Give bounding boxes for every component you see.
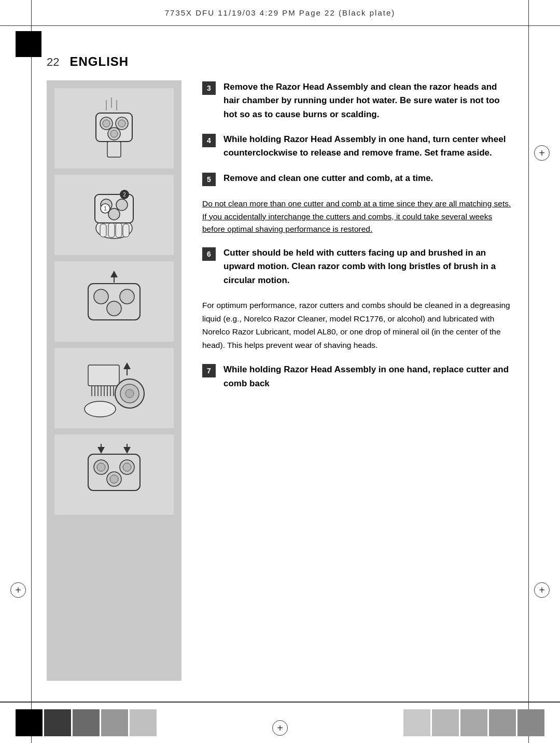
color-sq-1	[16, 709, 43, 736]
svg-rect-15	[123, 224, 129, 237]
step-5-item: 5 Remove and clean one cutter and comb, …	[202, 172, 513, 186]
illustration-3	[54, 261, 174, 342]
step-6-number: 6	[202, 247, 216, 261]
left-border-line	[31, 0, 32, 743]
step-6-text: Cutter should be held with cutters facin…	[223, 246, 513, 287]
bottom-bar	[0, 702, 560, 743]
svg-rect-13	[108, 223, 115, 237]
svg-point-51	[110, 475, 118, 483]
svg-point-27	[107, 301, 121, 316]
svg-point-41	[125, 389, 134, 398]
header-text: 7735X DFU 11/19/03 4:29 PM Page 22 (Blac…	[165, 8, 396, 17]
body-text: For optimum performance, razor cutters a…	[202, 299, 513, 352]
svg-point-49	[97, 463, 105, 471]
section-title: ENGLISH	[69, 54, 129, 69]
illustration-5	[54, 434, 174, 515]
reg-mark-left-bottom	[10, 582, 26, 598]
svg-rect-10	[107, 142, 121, 157]
svg-point-8	[118, 120, 125, 127]
svg-rect-12	[100, 224, 106, 237]
color-squares-left	[16, 709, 157, 736]
step-3-number: 3	[202, 81, 216, 95]
step-7-text: While holding Razor Head Assembly in one…	[223, 363, 513, 390]
page-title-area: 22 ENGLISH	[47, 54, 129, 69]
reg-mark-right-top	[534, 145, 550, 161]
reg-mark-right-bottom	[534, 582, 550, 598]
illustration-1	[54, 88, 174, 169]
svg-marker-55	[123, 447, 131, 454]
svg-text:2: 2	[123, 192, 126, 198]
svg-rect-30	[88, 365, 119, 386]
color-squares-right	[403, 709, 544, 736]
illustration-4	[54, 348, 174, 428]
step-4-text: While holding Razor Head Assembly in one…	[223, 133, 513, 160]
step-5-number: 5	[202, 173, 216, 186]
step-3-text: Remove the Razor Head Assembly and clean…	[223, 80, 513, 121]
color-sq-r5	[517, 709, 544, 736]
svg-point-9	[110, 130, 118, 137]
right-border-line	[528, 0, 529, 743]
reg-mark-bottom	[272, 720, 288, 736]
color-sq-3	[73, 709, 100, 736]
step-3-item: 3 Remove the Razor Head Assembly and cle…	[202, 80, 513, 121]
color-sq-5	[130, 709, 157, 736]
main-content: 2 1	[47, 80, 513, 681]
svg-point-42	[85, 401, 116, 417]
svg-point-19	[108, 208, 120, 220]
svg-point-26	[120, 289, 134, 304]
color-sq-r2	[432, 709, 459, 736]
step-6-item: 6 Cutter should be held with cutters fac…	[202, 246, 513, 287]
black-square-top-left	[16, 31, 41, 57]
svg-marker-29	[110, 271, 118, 277]
step-4-item: 4 While holding Razor Head Assembly in o…	[202, 133, 513, 160]
header-bar: 7735X DFU 11/19/03 4:29 PM Page 22 (Blac…	[0, 0, 560, 26]
page-number: 22	[47, 55, 59, 69]
svg-point-7	[103, 120, 110, 127]
step-4-number: 4	[202, 134, 216, 147]
svg-marker-53	[97, 447, 105, 454]
svg-text:1: 1	[104, 206, 107, 212]
underline-note: Do not clean more than one cutter and co…	[202, 198, 513, 236]
color-sq-r1	[403, 709, 430, 736]
svg-point-50	[123, 463, 131, 471]
svg-rect-14	[116, 223, 122, 237]
step-5-text: Remove and clean one cutter and comb, at…	[223, 172, 433, 185]
svg-point-18	[116, 199, 128, 211]
color-sq-r3	[460, 709, 487, 736]
color-sq-2	[44, 709, 71, 736]
svg-marker-44	[123, 362, 131, 369]
step-7-item: 7 While holding Razor Head Assembly in o…	[202, 363, 513, 390]
color-sq-r4	[489, 709, 516, 736]
color-sq-4	[101, 709, 128, 736]
illustration-2: 2 1	[54, 175, 174, 255]
images-column: 2 1	[47, 80, 181, 681]
svg-point-25	[94, 289, 108, 304]
step-7-number: 7	[202, 364, 216, 377]
text-column: 3 Remove the Razor Head Assembly and cle…	[181, 80, 513, 681]
